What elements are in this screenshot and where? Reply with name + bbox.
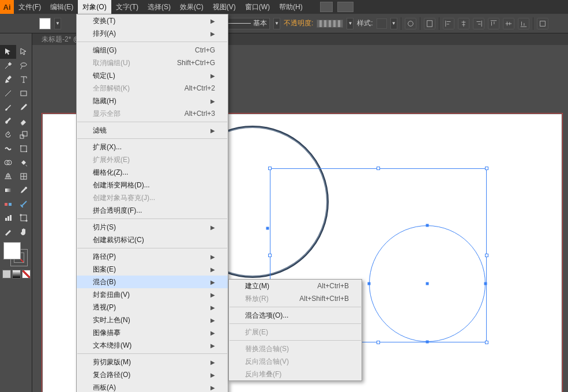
object-menu-item[interactable]: 切片(S)▶ bbox=[77, 221, 228, 233]
menu-help[interactable]: 帮助(H) bbox=[274, 0, 307, 14]
bbox-handle[interactable] bbox=[268, 254, 272, 257]
slice-tool[interactable] bbox=[0, 225, 16, 239]
width-tool[interactable] bbox=[0, 142, 16, 156]
menu-select[interactable]: 选择(S) bbox=[143, 0, 175, 14]
menu-window[interactable]: 窗口(W) bbox=[240, 0, 274, 14]
object-menu-item[interactable]: 路径(P)▶ bbox=[77, 250, 228, 263]
menu-view[interactable]: 视图(V) bbox=[208, 0, 240, 14]
lasso-tool[interactable] bbox=[16, 59, 32, 73]
eraser-tool[interactable] bbox=[16, 114, 32, 128]
object-menu-item[interactable]: 排列(A)▶ bbox=[77, 27, 228, 40]
menu-object[interactable]: 对象(O) bbox=[78, 0, 111, 14]
object-menu-item[interactable]: 图案(E)▶ bbox=[77, 263, 228, 276]
style-dropdown[interactable]: ▼ bbox=[390, 18, 397, 29]
shape-builder-tool[interactable] bbox=[0, 156, 16, 169]
bbox-handle[interactable] bbox=[377, 167, 380, 170]
object-menu-item[interactable]: 编组(G)Ctrl+G bbox=[77, 44, 228, 56]
hand-tool[interactable] bbox=[16, 225, 32, 239]
object-menu-item[interactable]: 封套扭曲(V)▶ bbox=[77, 288, 228, 301]
submenu-arrow-icon: ▶ bbox=[210, 372, 215, 378]
align-hcenter-icon[interactable] bbox=[458, 18, 469, 29]
align-right-icon[interactable] bbox=[473, 18, 484, 29]
bbox-handle[interactable] bbox=[377, 341, 380, 344]
bridge-icon[interactable] bbox=[320, 2, 333, 12]
fill-swatch[interactable] bbox=[39, 18, 51, 29]
type-tool[interactable] bbox=[16, 73, 32, 86]
opacity-dropdown[interactable]: ▼ bbox=[347, 18, 353, 29]
free-transform-tool[interactable] bbox=[16, 142, 32, 156]
object-menu-item[interactable]: 文本绕排(W)▶ bbox=[77, 339, 228, 352]
menu-item-label: 实时上色(N) bbox=[93, 315, 130, 325]
arrange-docs-icon[interactable] bbox=[337, 2, 353, 12]
object-menu-item[interactable]: 混合(B)▶ bbox=[77, 276, 228, 288]
paintbrush-tool[interactable] bbox=[0, 100, 16, 114]
fill-dropdown[interactable]: ▼ bbox=[54, 18, 61, 29]
object-menu-item[interactable]: 剪切蒙版(M)▶ bbox=[77, 356, 228, 368]
artboard-tool[interactable] bbox=[16, 211, 32, 225]
object-menu-item[interactable]: 隐藏(H)▶ bbox=[77, 95, 228, 107]
mesh-tool[interactable] bbox=[16, 169, 32, 183]
magic-wand-tool[interactable] bbox=[0, 59, 16, 73]
menu-file[interactable]: 文件(F) bbox=[14, 0, 46, 14]
object-menu-item[interactable]: 画板(A)▶ bbox=[77, 381, 228, 392]
submenu-arrow-icon: ▶ bbox=[210, 18, 215, 24]
column-graph-tool[interactable] bbox=[0, 211, 16, 225]
pen-tool[interactable] bbox=[0, 73, 16, 86]
object-menu-item[interactable]: 滤镜▶ bbox=[77, 124, 228, 137]
recolor-icon[interactable] bbox=[405, 18, 416, 29]
object-menu-item[interactable]: 创建渐变网格(D)... bbox=[77, 179, 228, 191]
fill-stroke-control[interactable] bbox=[3, 242, 29, 267]
rotate-tool[interactable] bbox=[0, 128, 16, 142]
object-menu-item[interactable]: 创建裁切标记(C) bbox=[77, 233, 228, 246]
align-bottom-icon[interactable] bbox=[518, 18, 529, 29]
stroke-style-chip[interactable]: 基本 bbox=[224, 18, 270, 29]
selection-tool[interactable] bbox=[0, 45, 16, 59]
circle-anchor[interactable] bbox=[426, 224, 429, 227]
menu-edit[interactable]: 编辑(E) bbox=[46, 0, 78, 14]
line-tool[interactable] bbox=[0, 86, 16, 100]
rectangle-tool[interactable] bbox=[16, 86, 32, 100]
eyedropper-tool[interactable] bbox=[16, 183, 32, 197]
symbol-sprayer-tool[interactable] bbox=[16, 197, 32, 211]
doc-setup-icon[interactable] bbox=[424, 18, 435, 29]
object-menu-item[interactable]: 锁定(L)▶ bbox=[77, 69, 228, 82]
menu-effect[interactable]: 效果(C) bbox=[175, 0, 208, 14]
circle-anchor[interactable] bbox=[484, 282, 487, 285]
pencil-tool[interactable] bbox=[16, 100, 32, 114]
object-menu-item[interactable]: 扩展(X)... bbox=[77, 141, 228, 153]
gradient-mode-icon[interactable] bbox=[12, 270, 21, 278]
menu-separator bbox=[77, 218, 227, 219]
scale-tool[interactable] bbox=[16, 128, 32, 142]
gradient-tool[interactable] bbox=[0, 183, 16, 197]
circle-anchor[interactable] bbox=[426, 341, 429, 344]
bbox-handle[interactable] bbox=[485, 167, 488, 170]
blend-submenu-item[interactable]: 建立(M)Alt+Ctrl+B bbox=[229, 280, 362, 292]
object-menu-item[interactable]: 变换(T)▶ bbox=[77, 14, 228, 27]
color-mode-icon[interactable] bbox=[2, 270, 11, 278]
object-menu-item[interactable]: 实时上色(N)▶ bbox=[77, 314, 228, 326]
style-swatch[interactable] bbox=[377, 18, 387, 29]
blend-submenu-item[interactable]: 混合选项(O)... bbox=[229, 309, 362, 322]
object-menu-item[interactable]: 透视(P)▶ bbox=[77, 301, 228, 314]
transform-icon[interactable] bbox=[537, 18, 548, 29]
none-mode-icon[interactable] bbox=[22, 270, 31, 278]
object-menu-item[interactable]: 图像描摹▶ bbox=[77, 326, 228, 339]
menu-type[interactable]: 文字(T) bbox=[111, 0, 143, 14]
bbox-handle[interactable] bbox=[485, 254, 488, 257]
direct-selection-tool[interactable] bbox=[16, 45, 32, 59]
perspective-grid-tool[interactable] bbox=[0, 169, 16, 183]
object-menu-item[interactable]: 栅格化(Z)... bbox=[77, 166, 228, 179]
align-top-icon[interactable] bbox=[488, 18, 499, 29]
bbox-handle[interactable] bbox=[268, 167, 272, 170]
opacity-field[interactable] bbox=[317, 20, 343, 28]
bbox-handle[interactable] bbox=[485, 341, 488, 344]
blend-tool[interactable] bbox=[0, 197, 16, 211]
object-menu-item[interactable]: 复合路径(O)▶ bbox=[77, 368, 228, 381]
live-paint-tool[interactable] bbox=[16, 156, 32, 169]
stroke-dropdown[interactable]: ▼ bbox=[273, 18, 280, 29]
align-left-icon[interactable] bbox=[443, 18, 454, 29]
object-menu-item[interactable]: 拼合透明度(F)... bbox=[77, 204, 228, 217]
circle-anchor[interactable] bbox=[368, 282, 371, 285]
blob-brush-tool[interactable] bbox=[0, 114, 16, 128]
align-vcenter-icon[interactable] bbox=[503, 18, 514, 29]
